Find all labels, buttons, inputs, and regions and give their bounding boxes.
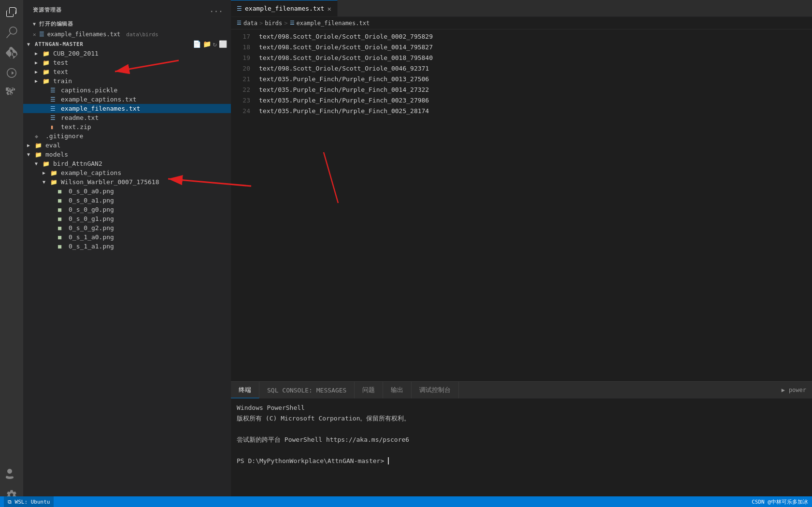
editor-area: ☰ example_filenames.txt ✕ ☰ data > birds… [231, 0, 812, 507]
breadcrumb-data[interactable]: data [243, 20, 257, 27]
breadcrumb-filename: example_filenames.txt [297, 20, 370, 27]
text-folder-icon: 📁 [43, 69, 51, 75]
open-editors-header[interactable]: ▼ 打开的编辑器 [23, 17, 231, 29]
code-content[interactable]: text/098.Scott_Oriole/Scott_Oriole_0002_… [255, 29, 812, 381]
tree-item-eval[interactable]: ▶ 📁 eval [23, 141, 231, 150]
tree-item-cub[interactable]: ▶ 📁 CUB_200_2011 [23, 49, 231, 58]
breadcrumb-file-icon: ☰ [237, 20, 242, 26]
collapse-icon[interactable]: ⬜ [219, 40, 227, 48]
png-2-icon: ■ [58, 206, 67, 213]
open-editor-name: example_filenames.txt [47, 31, 121, 38]
new-file-icon[interactable]: 📄 [193, 40, 201, 48]
test-folder-icon: 📁 [43, 59, 51, 66]
refresh-icon[interactable]: ↻ [213, 40, 217, 48]
png-0-icon: ■ [58, 188, 67, 195]
tree-item-models[interactable]: ▼ 📁 models [23, 150, 231, 159]
tree-item-train[interactable]: ▶ 📁 train [23, 76, 231, 86]
new-folder-icon[interactable]: 📁 [203, 40, 211, 48]
line-num-19: 19 [231, 53, 250, 63]
tab-label: example_filenames.txt [245, 5, 324, 12]
tree-item-png-6[interactable]: ▶ ■ 0_s_1_a1.png [23, 242, 231, 251]
tab-close-button[interactable]: ✕ [327, 5, 331, 13]
png-0-label: 0_s_0_a0.png [69, 188, 227, 195]
tree-item-png-4[interactable]: ▶ ■ 0_s_0_g2.png [23, 223, 231, 232]
tree-item-test[interactable]: ▶ 📁 test [23, 58, 231, 67]
sidebar: 资源管理器 ... ▼ 打开的编辑器 ✕ ☰ example_filenames… [23, 0, 231, 507]
png-1-label: 0_s_0_a1.png [69, 197, 227, 204]
terminal-line-5 [237, 445, 806, 456]
wilson-icon: 📁 [50, 179, 59, 186]
tree-item-example-filenames[interactable]: ▶ ☰ example_filenames.txt [23, 104, 231, 113]
sidebar-header: 资源管理器 ... [23, 0, 231, 17]
terminal-tab-sql[interactable]: SQL CONSOLE: MESSAGES [259, 382, 355, 398]
editor-close-icon[interactable]: ✕ [33, 31, 36, 38]
active-tab[interactable]: ☰ example_filenames.txt ✕ [231, 0, 338, 16]
train-chevron: ▶ [35, 78, 43, 84]
tree-item-png-3[interactable]: ▶ ■ 0_s_0_g1.png [23, 214, 231, 223]
terminal-tab-debug[interactable]: 调试控制台 [412, 382, 459, 398]
tree-item-example-captions2[interactable]: ▶ 📁 example_captions [23, 168, 231, 177]
wilson-label: Wilson_Warbler_0007_175618 [61, 178, 227, 186]
line-num-17: 17 [231, 31, 250, 42]
breadcrumb-file-icon2: ☰ [290, 20, 295, 26]
breadcrumb-birds[interactable]: birds [265, 20, 282, 27]
tree-item-bird-attngan2[interactable]: ▼ 📁 bird_AttnGAN2 [23, 159, 231, 168]
line-num-20: 20 [231, 63, 250, 74]
example-captions-label: example_captions.txt [61, 96, 227, 103]
terminal-right-controls: ▶ power [776, 382, 812, 398]
tree-root-attngan[interactable]: ▼ ATTNGAN-MASTER 📄 📁 ↻ ⬜ [23, 39, 231, 49]
tree-item-png-2[interactable]: ▶ ■ 0_s_0_g0.png [23, 205, 231, 214]
tree-item-png-0[interactable]: ▶ ■ 0_s_0_a0.png [23, 187, 231, 196]
eval-chevron: ▶ [27, 143, 35, 148]
open-editor-item[interactable]: ✕ ☰ example_filenames.txt data\birds [23, 29, 231, 39]
terminal-tabs: 终端 SQL CONSOLE: MESSAGES 问题 输出 调试控制台 ▶ p… [231, 382, 812, 399]
code-line-19: text/098.Scott_Oriole/Scott_Oriole_0018_… [255, 53, 812, 63]
tree-item-text-zip[interactable]: ▶ ▮ text.zip [23, 122, 231, 131]
terminal-line-6: PS D:\MyPythonWorkplace\AttnGAN-master> [237, 456, 806, 466]
open-editor-path: data\birds [126, 31, 158, 38]
extensions-icon[interactable] [3, 85, 20, 101]
status-bar-right: CSDN @中林可乐多加冰 [752, 498, 808, 506]
cub-label: CUB_200_2011 [53, 50, 227, 57]
terminal-line-2: 版权所有 (C) Microsoft Corporation。保留所有权利。 [237, 413, 806, 424]
activity-bar [0, 0, 23, 507]
tree-item-captions-pickle[interactable]: ▶ ☰ captions.pickle [23, 86, 231, 95]
png-4-label: 0_s_0_g2.png [69, 224, 227, 232]
models-label: models [45, 151, 227, 158]
png-4-icon: ■ [58, 225, 67, 232]
terminal-power-label: power [789, 387, 806, 393]
terminal-expand-icon[interactable]: ▶ [782, 387, 785, 393]
tree-item-png-1[interactable]: ▶ ■ 0_s_0_a1.png [23, 196, 231, 205]
terminal-tab-problems[interactable]: 问题 [355, 382, 383, 398]
terminal-content[interactable]: Windows PowerShell 版权所有 (C) Microsoft Co… [231, 399, 812, 507]
example-captions2-icon: 📁 [50, 170, 59, 176]
terminal-tab-terminal[interactable]: 终端 [231, 382, 259, 398]
train-label: train [53, 77, 227, 85]
breadcrumb-sep-1: > [259, 20, 263, 27]
wilson-chevron: ▼ [43, 179, 50, 185]
account-icon[interactable] [3, 466, 20, 483]
git-icon[interactable] [3, 44, 20, 61]
tree-item-png-5[interactable]: ▶ ■ 0_s_1_a0.png [23, 232, 231, 242]
tree-item-readme[interactable]: ▶ ☰ readme.txt [23, 113, 231, 122]
tree-item-gitignore[interactable]: ▶ ◆ .gitignore [23, 131, 231, 141]
more-icon[interactable]: ... [208, 5, 225, 14]
code-line-20: text/098.Scott_Oriole/Scott_Oriole_0046_… [255, 63, 812, 74]
code-line-18: text/098.Scott_Oriole/Scott_Oriole_0014_… [255, 42, 812, 53]
root-label: ATTNGAN-MASTER [35, 41, 193, 47]
tree-item-example-captions[interactable]: ▶ ☰ example_captions.txt [23, 95, 231, 104]
explorer-icon[interactable] [3, 4, 20, 20]
line-num-18: 18 [231, 42, 250, 53]
gitignore-icon: ◆ [35, 133, 43, 140]
tree-item-wilson[interactable]: ▼ 📁 Wilson_Warbler_0007_175618 [23, 177, 231, 187]
search-icon[interactable] [3, 24, 20, 41]
test-label: test [53, 59, 227, 66]
breadcrumb-sep-2: > [284, 20, 287, 27]
text-zip-label: text.zip [61, 123, 227, 130]
run-icon[interactable] [3, 65, 20, 81]
tree-item-text[interactable]: ▶ 📁 text [23, 67, 231, 76]
line-num-21: 21 [231, 74, 250, 85]
code-line-21: text/035.Purple_Finch/Purple_Finch_0013_… [255, 74, 812, 85]
terminal-tab-output[interactable]: 输出 [383, 382, 412, 398]
code-editor: 17 18 19 20 21 22 23 24 text/098.Scott_O… [231, 29, 812, 381]
